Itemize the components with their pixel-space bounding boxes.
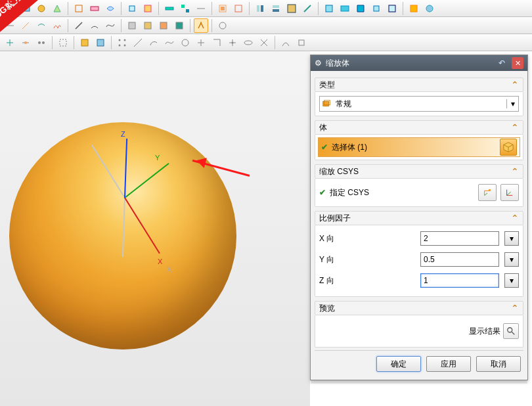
tool-icon[interactable] [300,1,315,16]
tool-icon[interactable] [141,18,155,33]
select-body-row[interactable]: ✔ 选择体 (1) [318,137,520,157]
dialog-titlebar[interactable]: ⚙ 缩放体 ↶ ✕ [311,55,527,71]
tool-icon[interactable] [210,35,224,50]
section-type-header[interactable]: 类型 ⌃ [315,78,523,92]
tool-icon[interactable] [125,18,139,33]
tool-icon[interactable] [34,1,49,16]
chevron-down-icon[interactable]: ▾ [506,99,518,108]
tool-icon[interactable] [369,1,384,16]
sketch-line-icon[interactable] [72,18,86,33]
tool-icon[interactable] [87,1,102,16]
tool-icon[interactable] [141,1,155,16]
x-scale-dropdown[interactable]: ▾ [504,231,519,246]
tool-icon[interactable] [18,18,33,33]
axis-y-label: Y [155,154,160,162]
svg-rect-15 [261,5,263,12]
show-result-button[interactable] [503,323,519,339]
tool-icon[interactable] [172,18,187,33]
tool-icon[interactable] [93,35,108,50]
apply-button[interactable]: 应用 [426,356,471,372]
tool-icon[interactable] [278,35,293,50]
tool-icon[interactable] [78,35,92,50]
watermark-logo: 9SUG [0,0,26,7]
svg-point-38 [119,44,121,46]
tool-icon[interactable] [50,1,64,16]
tool-icon[interactable] [178,35,192,50]
tool-icon[interactable] [50,18,64,33]
svg-point-31 [38,41,41,44]
y-scale-dropdown[interactable]: ▾ [504,252,519,267]
tool-icon[interactable] [338,1,352,16]
z-scale-dropdown[interactable]: ▾ [504,273,519,288]
csys-dialog-icon[interactable] [478,184,497,201]
active-tool-icon[interactable] [194,18,208,33]
section-scale-header[interactable]: 比例因子 ⌃ [315,211,523,225]
tool-icon[interactable] [162,35,177,50]
y-scale-input[interactable] [420,252,499,267]
tool-icon[interactable] [231,1,246,16]
tool-icon[interactable] [194,1,208,16]
tool-icon[interactable] [178,1,192,16]
tool-icon[interactable] [257,35,271,50]
toolbar-row-3 [0,34,532,51]
check-icon: ✔ [321,143,328,152]
tool-icon[interactable] [385,1,399,16]
x-scale-input[interactable] [420,231,499,246]
sketch-spline-icon[interactable] [103,18,118,33]
tool-icon[interactable] [194,35,208,50]
body-pick-icon[interactable] [500,139,517,156]
tool-icon[interactable] [422,1,437,16]
section-csys-header[interactable]: 缩放 CSYS ⌃ [315,164,523,179]
type-select[interactable]: 常规 ▾ [319,96,519,112]
tool-icon[interactable] [322,1,336,16]
undo-icon[interactable]: ↶ [496,57,508,69]
svg-point-24 [426,5,433,12]
viewport-3d[interactable]: Z Y X X [0,51,310,406]
cancel-button[interactable]: 取消 [476,356,521,372]
tool-icon[interactable] [156,18,171,33]
tool-icon[interactable] [125,1,139,16]
tool-icon[interactable] [241,35,255,50]
toolbar-row-1 [0,0,532,17]
sketch-line-icon[interactable] [131,35,145,50]
check-icon: ✔ [319,188,326,197]
close-icon[interactable]: ✕ [512,57,523,69]
sketch-arc-icon[interactable] [146,35,161,50]
svg-point-2 [38,5,45,12]
svg-rect-12 [221,7,225,11]
tool-icon[interactable] [407,1,421,16]
tool-icon[interactable] [34,18,49,33]
section-preview-header[interactable]: 预览 ⌃ [315,301,523,315]
tool-icon[interactable] [3,35,17,50]
tool-icon[interactable] [162,1,177,16]
tool-icon[interactable] [34,35,49,50]
tool-icon[interactable] [294,35,309,50]
tool-icon[interactable] [56,35,70,50]
csys-picker-icon[interactable] [500,184,519,201]
tool-icon[interactable] [215,18,230,33]
show-result-label: 显示结果 [469,326,500,337]
svg-marker-3 [54,5,60,12]
specify-csys-label: 指定 CSYS [330,187,369,198]
svg-rect-9 [181,5,185,8]
tool-icon[interactable] [215,1,230,16]
tool-icon[interactable] [18,35,33,50]
tool-icon[interactable] [72,1,86,16]
tool-icon[interactable] [115,35,129,50]
z-scale-input[interactable] [420,273,499,288]
section-body-header[interactable]: 体 ⌃ [315,120,523,135]
tool-icon[interactable] [284,1,299,16]
svg-rect-25 [129,22,135,29]
tool-icon[interactable] [225,35,240,50]
tool-icon[interactable] [253,1,267,16]
ok-button[interactable]: 确定 [376,356,421,372]
coordinate-system[interactable]: Z Y X X [125,197,125,198]
svg-rect-17 [273,9,279,12]
tool-icon[interactable] [353,1,368,16]
svg-point-37 [124,39,126,41]
tool-icon[interactable] [269,1,283,16]
svg-rect-33 [60,39,66,46]
sketch-arc-icon[interactable] [87,18,102,33]
tool-icon[interactable] [103,1,118,16]
svg-point-39 [124,44,126,46]
